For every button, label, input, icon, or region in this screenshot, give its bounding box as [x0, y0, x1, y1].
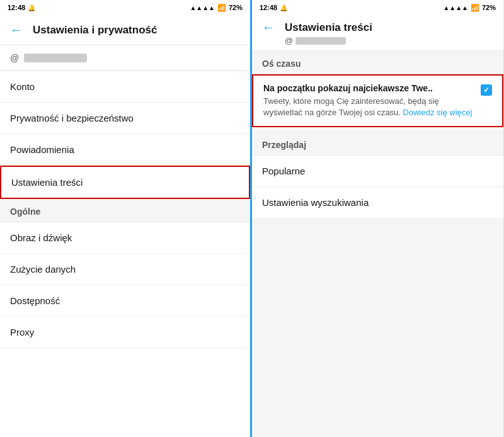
- sidebar-item-proxy[interactable]: Proxy: [0, 317, 250, 348]
- sidebar-item-dostepnosc[interactable]: Dostępność: [0, 285, 250, 317]
- signal-icon-right: ▲▲▲▲: [443, 4, 468, 11]
- battery-left: 72%: [229, 4, 243, 11]
- right-account-at: @: [285, 36, 293, 45]
- sidebar-item-popularne[interactable]: Popularne: [252, 156, 503, 187]
- status-bar-right: 12:48 🔔 ▲▲▲▲ 📶 72%: [252, 0, 503, 15]
- wifi-icon: 📶: [217, 4, 226, 12]
- right-content: Oś czasu Na początku pokazuj najciekawsz…: [252, 51, 503, 437]
- left-title: Ustawienia i prywatność: [33, 24, 157, 37]
- left-content: @ Konto Prywatność i bezpieczeństwo Powi…: [0, 45, 250, 437]
- status-bar-left: 12:48 🔔 ▲▲▲▲ 📶 72%: [0, 0, 250, 15]
- checkbox-container: [481, 83, 492, 118]
- highlight-title: Na początku pokazuj najciekawsze Twe..: [263, 83, 473, 93]
- sidebar-item-ustawienia-wyszukiwania[interactable]: Ustawienia wyszukiwania: [252, 187, 503, 219]
- sidebar-item-zuzycie[interactable]: Zużycie danych: [0, 254, 250, 285]
- signal-icon: ▲▲▲▲: [190, 4, 215, 11]
- section-przegladaj: Przeglądaj: [252, 132, 503, 156]
- sidebar-item-ustawienia-tresci[interactable]: Ustawienia treści: [0, 166, 250, 199]
- right-title: Ustawienia treści: [285, 21, 372, 34]
- left-panel: 12:48 🔔 ▲▲▲▲ 📶 72% ← Ustawienia i prywat…: [0, 0, 252, 437]
- sidebar-item-konto[interactable]: Konto: [0, 71, 250, 103]
- sidebar-item-obraz[interactable]: Obraz i dźwięk: [0, 222, 250, 254]
- right-header: ← Ustawienia treści @: [252, 15, 503, 51]
- account-row[interactable]: @: [0, 45, 250, 71]
- notification-icon-right: 🔔: [280, 4, 287, 11]
- sidebar-item-powiadomienia[interactable]: Powiadomienia: [0, 134, 250, 166]
- highlight-item-najciekawsze[interactable]: Na początku pokazuj najciekawsze Twe.. T…: [252, 74, 503, 127]
- checkbox-najciekawsze[interactable]: [481, 84, 492, 96]
- back-button-right[interactable]: ←: [262, 20, 275, 35]
- sidebar-item-prywatnosc[interactable]: Prywatność i bezpieczeństwo: [0, 103, 250, 134]
- time-right: 12:48: [260, 4, 277, 11]
- time-left: 12:48: [8, 4, 25, 11]
- right-account-username: [295, 37, 346, 45]
- back-button-left[interactable]: ←: [10, 23, 23, 37]
- timeline-section: Oś czasu Na początku pokazuj najciekawsz…: [252, 51, 503, 127]
- battery-right: 72%: [482, 4, 496, 11]
- wifi-icon-right: 📶: [471, 4, 479, 12]
- right-panel: 12:48 🔔 ▲▲▲▲ 📶 72% ← Ustawienia treści @…: [252, 0, 504, 437]
- section-general: Ogólne: [0, 199, 250, 222]
- highlight-description: Tweety, które mogą Cię zainteresować, bę…: [263, 96, 473, 118]
- section-os-czasu: Oś czasu: [252, 51, 503, 74]
- left-header: ← Ustawienia i prywatność: [0, 15, 250, 45]
- account-username: [24, 54, 87, 62]
- explore-section: Przeglądaj Popularne Ustawienia wyszukiw…: [252, 132, 503, 219]
- highlight-link[interactable]: Dowiedz się więcej: [403, 108, 472, 117]
- notification-icon: 🔔: [28, 4, 35, 11]
- account-at: @: [10, 53, 19, 63]
- highlight-content: Na początku pokazuj najciekawsze Twe.. T…: [263, 83, 473, 118]
